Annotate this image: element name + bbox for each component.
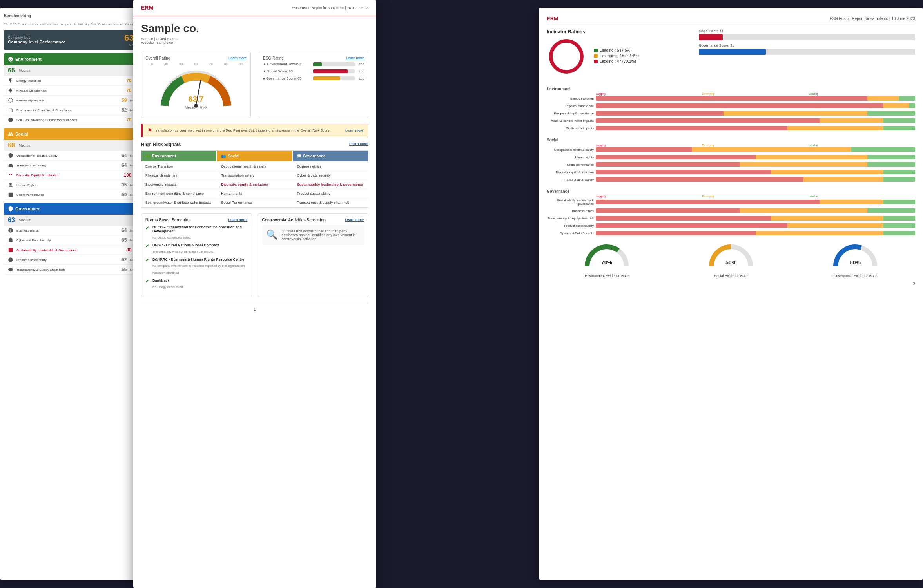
risk-social-dei[interactable]: Diversity, equity & inclusion — [217, 180, 292, 189]
topic-dei: Diversity, Equity & Inclusion 100 High — [4, 170, 145, 180]
company-level-title: Company level Performance — [8, 40, 66, 44]
governance-category: Governance 63 Medium Business Ethics 64 … — [4, 203, 145, 275]
social-score-bar: ★ Social Score: 83 100 — [263, 69, 364, 73]
topic-energy-transition: Energy Transition 70 High — [4, 76, 145, 86]
risk-env-energy[interactable]: Energy Transition — [141, 162, 216, 171]
risk-gov-ethics[interactable]: Business ethics — [293, 162, 368, 171]
topic-soil: Soil, Groundwater & Surface Water Impact… — [4, 115, 145, 125]
social-bar-dei: Diversity, equity & inclusion — [547, 170, 915, 174]
company-level-block: Company level Company level Performance … — [4, 30, 145, 50]
controversial-text: Our research across public and third par… — [282, 229, 361, 241]
bhrrc-check-icon: ✔ — [145, 257, 149, 263]
high-risk-learn-more[interactable]: Learn more — [349, 142, 368, 147]
overall-gauge: Overall Rating Learn more 30405060708090 — [141, 52, 251, 118]
risk-env-physical[interactable]: Physical climate risk — [141, 171, 216, 180]
risk-gov-slg[interactable]: Sustainability leadership & governance — [293, 180, 368, 189]
back-page-header: ERM ESG Fusion Report for sample.co | 16… — [547, 16, 915, 25]
gov-gauge-label: Governance Evidence Rate — [832, 274, 879, 278]
back-page-num: 2 — [547, 282, 915, 286]
gov-bar-cyber: Cyber and Data Security — [547, 231, 915, 235]
center-header: ERM ESG Fusion Report for sample.co | 16… — [133, 0, 376, 16]
gov-bar-ethics: Business ethics — [547, 208, 915, 213]
risk-social-human[interactable]: Human rights — [217, 189, 292, 198]
topic-social-perf: Social Performance 59 Medium — [4, 190, 145, 200]
overall-learn-more[interactable]: Learn more — [228, 56, 247, 60]
gov-bar-transparency: Transparency & supply chain risk — [547, 216, 915, 221]
search-icon: 🔍 — [266, 229, 278, 240]
env-category-header: Environment — [4, 53, 145, 65]
social-bar-humanrights: Human rights — [547, 155, 915, 159]
gov-bars: Sustainability leadership & governance B… — [547, 199, 915, 237]
env-bar-water: Water & surface water impacts — [547, 118, 915, 123]
risk-social-ohs[interactable]: Occupational health & safety — [217, 162, 292, 171]
topic-slg: Sustainability Leadership & Governance 8… — [4, 245, 145, 255]
gov-gauge: 60% Governance Evidence Rate — [832, 243, 879, 278]
risk-gov-product[interactable]: Product sustainability — [293, 189, 368, 198]
social-bars: Occupational health & safety Human right… — [547, 147, 915, 183]
risk-social-perf[interactable]: Social Performance — [217, 198, 292, 207]
high-risk-section: High Risk Signals Learn more 🌿 Environme… — [141, 142, 368, 208]
risk-env-permitting[interactable]: Environment permitting & compliance — [141, 189, 216, 198]
norms-learn-more[interactable]: Learn more — [228, 218, 247, 222]
center-report-info: ESG Fusion Report for sample.co | 16 Jun… — [292, 6, 368, 10]
social-bars-section: Social Lagging Emerging Leading Occupati… — [547, 138, 915, 183]
env-topics: Energy Transition 70 High Physical Clima… — [4, 76, 145, 125]
norm-ungc: ✔ UNGC - United Nations Global Compact T… — [145, 243, 248, 254]
env-section-title: Environment — [547, 87, 571, 91]
risk-gov-cyber[interactable]: Cyber & data security — [293, 171, 368, 180]
esg-learn-more[interactable]: Learn more — [346, 56, 364, 60]
topic-transport: Transportation Safety 64 Medium — [4, 161, 145, 170]
env-bar-biodiversity: Biodiversity Impacts — [547, 126, 915, 130]
social-section-title: Social — [547, 138, 558, 142]
left-page: Benchmarking The ESG Fusion assessment h… — [0, 8, 149, 580]
controversial-block: Controversial Activities Screening Learn… — [258, 213, 369, 297]
risk-grid: 🌿 Environment 👥 Social 🏛 Governance Ener… — [141, 150, 368, 208]
ungc-check-icon: ✔ — [145, 243, 149, 249]
report-title-back: ESG Fusion Report for sample.co | 16 Jun… — [830, 16, 915, 21]
social-category-header: Social — [4, 128, 145, 140]
red-flag-learn-more[interactable]: Learn more — [345, 128, 363, 132]
back-page: ERM ESG Fusion Report for sample.co | 16… — [539, 8, 923, 580]
svg-text:50%: 50% — [725, 259, 737, 266]
norm-bhrrc: ✔ B&HRRC - Business & Human Rights Resou… — [145, 257, 248, 275]
norm-oecd: ✔ OECD – Organization for Economic Co-op… — [145, 225, 248, 240]
env-score-row: 65 Medium — [4, 65, 145, 76]
env-gauge-label: Environment Evidence Rate — [583, 274, 630, 278]
controversial-learn-more[interactable]: Learn more — [345, 218, 364, 222]
env-bar-energy: Energy transition — [547, 96, 915, 101]
topic-ohs: Occupational Health & Safety 64 Medium — [4, 151, 145, 161]
center-body: Sample co. Sample | United States Websit… — [133, 16, 376, 583]
svg-text:Medium Risk: Medium Risk — [185, 105, 208, 110]
risk-gov-header: 🏛 Governance — [293, 151, 368, 161]
erm-logo-back: ERM — [547, 16, 558, 22]
evidence-gauges: 70% Environment Evidence Rate 50% Social… — [547, 243, 915, 278]
social-category: Social 68 Medium Occupational Health & S… — [4, 128, 145, 200]
gov-section-title: Governance — [547, 189, 569, 194]
donut-legend: Leading : 5 (7.5%) Emerging : 15 (22.4%)… — [594, 48, 639, 65]
company-name: Sample co. — [141, 22, 199, 35]
gov-category-header: Governance — [4, 203, 145, 215]
environment-category: Environment 65 Medium Energy Transition … — [4, 53, 145, 125]
social-gauge-label: Social Evidence Rate — [707, 274, 754, 278]
risk-env-biodiversity[interactable]: Biodiversity impacts — [141, 180, 216, 189]
env-bar-physical: Physical climate risk — [547, 103, 915, 108]
norms-block: Norms Based Screening Learn more ✔ OECD … — [141, 213, 252, 297]
topic-env-permitting: Environmental Permitting & Compliance 52… — [4, 105, 145, 115]
topic-human-rights: Human Rights 35 Medium — [4, 180, 145, 190]
left-sub: The ESG Fusion assessment has three comp… — [4, 22, 145, 26]
center-page-num: 1 — [141, 303, 368, 315]
banktrack-check-icon: ✔ — [145, 279, 149, 284]
indicator-donut — [547, 37, 586, 76]
erm-logo-center: ERM — [141, 5, 153, 11]
risk-social-col: Occupational health & safety Transportat… — [217, 162, 292, 207]
topic-physical-climate: Physical Climate Risk 70 High — [4, 86, 145, 96]
topic-biodiversity: Biodiversity Impacts 59 Medium — [4, 96, 145, 105]
left-header: Benchmarking — [4, 14, 145, 20]
svg-point-3 — [553, 43, 580, 70]
risk-env-soil[interactable]: Soil, groundwater & surface water impact… — [141, 198, 216, 207]
svg-text:63.7: 63.7 — [189, 95, 204, 103]
risk-social-transport[interactable]: Transportation safety — [217, 171, 292, 180]
topic-cyber: Cyber and Data Security 65 Medium — [4, 235, 145, 245]
gov-topics: Business Ethics 64 Medium Cyber and Data… — [4, 226, 145, 275]
risk-gov-transparency[interactable]: Transparency & supply-chain risk — [293, 198, 368, 207]
